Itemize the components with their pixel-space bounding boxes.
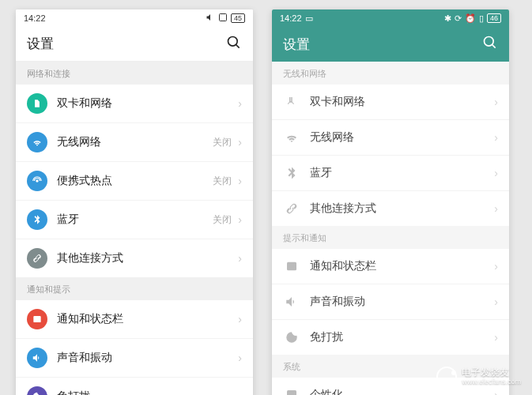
chevron-right-icon: ›	[494, 202, 498, 215]
wifi-icon	[27, 132, 47, 152]
bluetooth-icon	[27, 209, 47, 230]
item-label: 双卡和网络	[57, 96, 238, 111]
section-header-network: 网络和连接	[16, 62, 253, 85]
notification-icon	[27, 309, 47, 329]
item-label: 个性化	[310, 388, 494, 395]
item-other-connections[interactable]: 其他连接方式 ›	[272, 191, 509, 226]
item-label: 便携式热点	[57, 174, 213, 188]
svg-line-2	[236, 44, 240, 47]
sim-icon	[283, 93, 300, 111]
phone-right: 14:22 ▭ ✱ ⟳ ⏰ ▯ 46 设置 无线和网络 双卡和网络 ›	[272, 9, 509, 395]
watermark-name: 电子发烧友	[462, 367, 521, 378]
app-header: 设置	[272, 27, 509, 62]
sim-icon	[27, 93, 47, 114]
item-label: 声音和振动	[57, 351, 238, 365]
settings-list-alerts: 通知和状态栏 › 声音和振动 › 免打扰 ›	[272, 249, 509, 355]
item-label: 蓝牙	[310, 166, 494, 180]
item-wifi[interactable]: 无线网络 ›	[272, 120, 509, 156]
item-hotspot[interactable]: 便携式热点 关闭 ›	[16, 162, 253, 201]
svg-line-6	[492, 45, 496, 48]
item-label: 其他连接方式	[310, 201, 494, 216]
card-status-icon: ▭	[305, 13, 313, 24]
settings-list-notifications: 通知和状态栏 › 声音和振动 › 免打扰 ›	[16, 300, 253, 395]
watermark-logo-icon	[436, 367, 457, 387]
item-status: 关闭	[213, 175, 232, 188]
phone-left: 14:22 45 设置 网络和连接 双卡和网络 › 无线网络 关闭 ›	[16, 9, 253, 395]
chevron-right-icon: ›	[238, 175, 242, 187]
watermark: 电子发烧友 www.elecfans.com	[436, 367, 521, 387]
wifi-icon	[283, 129, 300, 146]
item-label: 其他连接方式	[57, 251, 238, 265]
chevron-right-icon: ›	[494, 96, 498, 108]
app-header: 设置	[16, 27, 253, 62]
link-icon	[283, 200, 300, 217]
item-bluetooth[interactable]: 蓝牙 ›	[272, 156, 509, 191]
link-icon	[27, 248, 47, 269]
hotspot-icon	[27, 171, 47, 191]
sound-icon	[283, 293, 300, 310]
item-notification-statusbar[interactable]: 通知和状态栏 ›	[16, 300, 253, 339]
alarm-status-icon: ⏰	[465, 13, 476, 24]
chevron-right-icon: ›	[238, 313, 242, 325]
svg-point-5	[485, 37, 494, 47]
sound-icon	[27, 348, 47, 368]
status-time: 14:22	[24, 13, 46, 23]
item-label: 双卡和网络	[310, 95, 494, 109]
sync-status-icon: ⟳	[455, 13, 462, 24]
battery-indicator: 45	[231, 13, 245, 23]
status-bar: 14:22 ▭ ✱ ⟳ ⏰ ▯ 46	[272, 9, 509, 27]
search-icon[interactable]	[226, 35, 242, 54]
chevron-right-icon: ›	[494, 331, 498, 344]
item-label: 通知和状态栏	[310, 259, 494, 273]
chevron-right-icon: ›	[494, 260, 498, 273]
item-label: 无线网络	[310, 130, 494, 145]
item-dnd[interactable]: 免打扰 ›	[272, 320, 509, 355]
item-wifi[interactable]: 无线网络 关闭 ›	[16, 123, 253, 162]
signal-icon: ▯	[479, 13, 484, 24]
notification-icon	[283, 258, 300, 275]
svg-rect-8	[287, 390, 296, 395]
status-time: 14:22	[280, 13, 302, 23]
item-label: 免打扰	[57, 389, 238, 395]
item-bluetooth[interactable]: 蓝牙 关闭 ›	[16, 201, 253, 239]
chevron-right-icon: ›	[238, 352, 242, 364]
svg-rect-4	[33, 316, 40, 322]
chevron-right-icon: ›	[494, 167, 498, 179]
item-label: 无线网络	[57, 135, 213, 149]
status-bar: 14:22 45	[16, 9, 253, 27]
volume-icon	[206, 13, 215, 24]
svg-point-1	[228, 36, 238, 46]
item-sound-vibration[interactable]: 声音和振动 ›	[272, 284, 509, 320]
watermark-url: www.elecfans.com	[462, 378, 521, 386]
dnd-icon	[27, 386, 47, 395]
item-other-connections[interactable]: 其他连接方式 ›	[16, 239, 253, 277]
chevron-right-icon: ›	[494, 131, 498, 144]
page-title: 设置	[283, 36, 310, 54]
section-header-wireless: 无线和网络	[272, 62, 509, 85]
item-notification-statusbar[interactable]: 通知和状态栏 ›	[272, 249, 509, 284]
chevron-right-icon: ›	[494, 389, 498, 395]
item-status: 关闭	[213, 136, 232, 149]
chevron-right-icon: ›	[238, 252, 242, 265]
svg-rect-7	[287, 262, 296, 271]
page-title: 设置	[27, 35, 54, 53]
bluetooth-status-icon: ✱	[444, 13, 451, 24]
search-icon[interactable]	[482, 35, 498, 54]
settings-list-wireless: 双卡和网络 › 无线网络 › 蓝牙 › 其他连接方式 ›	[272, 85, 509, 226]
svg-point-3	[36, 179, 39, 182]
dnd-status-icon	[218, 13, 228, 24]
item-sound-vibration[interactable]: 声音和振动 ›	[16, 339, 253, 378]
item-sim-network[interactable]: 双卡和网络 ›	[272, 85, 509, 120]
section-header-notifications: 通知和提示	[16, 277, 253, 300]
item-dnd[interactable]: 免打扰 ›	[16, 378, 253, 395]
chevron-right-icon: ›	[238, 390, 242, 395]
section-header-alerts: 提示和通知	[272, 226, 509, 249]
item-label: 通知和状态栏	[57, 312, 238, 326]
dnd-icon	[283, 329, 300, 346]
svg-rect-0	[219, 14, 226, 21]
item-label: 免打扰	[310, 330, 494, 344]
chevron-right-icon: ›	[494, 295, 498, 308]
battery-indicator: 46	[487, 13, 501, 23]
item-sim-network[interactable]: 双卡和网络 ›	[16, 85, 253, 123]
bluetooth-icon	[283, 164, 300, 182]
